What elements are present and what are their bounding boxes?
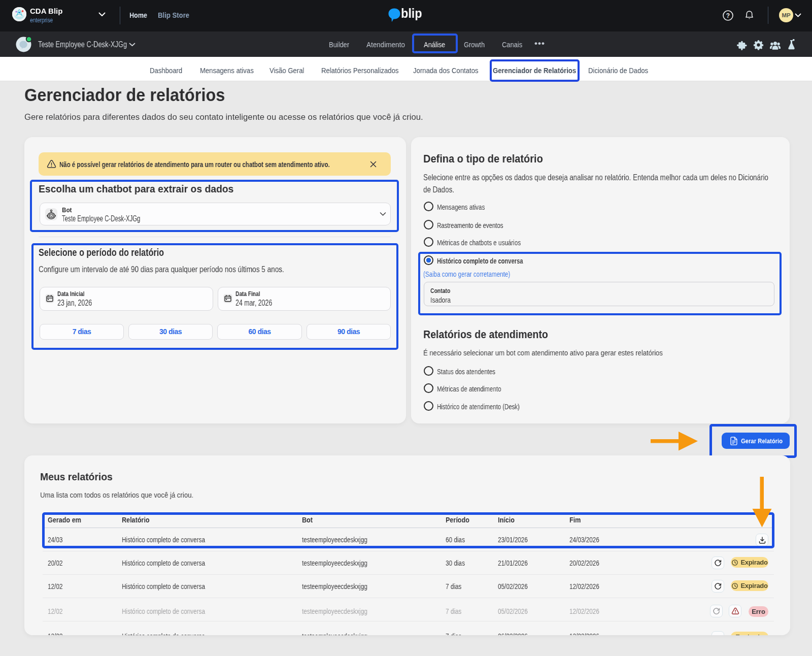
svg-text:?: ?: [726, 12, 730, 19]
